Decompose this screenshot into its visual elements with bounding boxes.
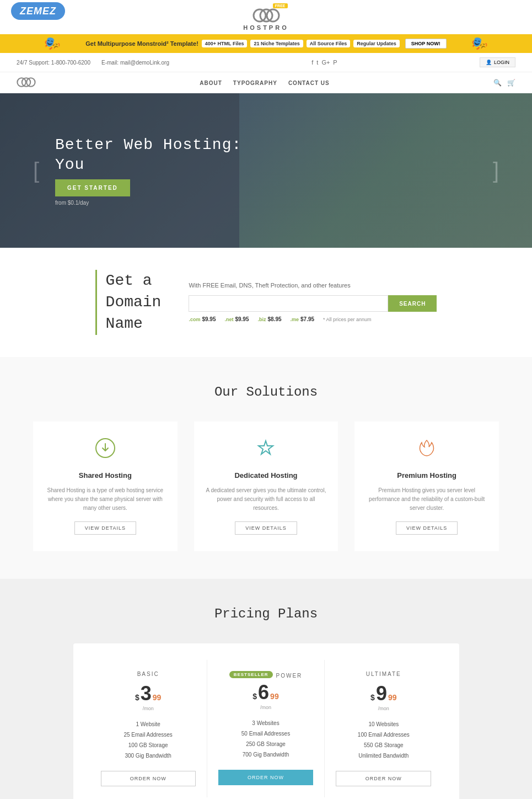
ext-me: .me $7.95 <box>291 316 315 322</box>
ultimate-amount: 9 <box>376 684 387 704</box>
ultimate-feature-1: 100 Email Addresses <box>336 731 431 739</box>
ultimate-plan-name: ULTIMATE <box>336 671 431 677</box>
zemez-badge: ZEMEZ <box>11 2 65 20</box>
domain-search-area: With FREE Email, DNS, Theft Protection, … <box>189 282 437 322</box>
basic-feature-3: 300 Gig Bandwidth <box>101 752 196 760</box>
premium-hosting-desc: Premium Hosting gives you server level p… <box>366 486 488 513</box>
pill-source: All Source Files <box>307 40 351 47</box>
premium-hosting-btn[interactable]: VIEW DETAILS <box>396 521 458 535</box>
power-feature-2: 250 GB Storage <box>218 740 313 748</box>
promo-text: Get Multipurpose Monstroid² Template! 40… <box>85 40 400 47</box>
pricing-note: * All prices per annum <box>323 317 372 322</box>
social-icons[interactable]: f t G+ P <box>311 59 337 66</box>
google-icon[interactable]: G+ <box>321 59 330 66</box>
hero-section: Better Web Hosting: You GET STARTED from… <box>0 93 532 248</box>
pricing-section: Pricing Plans BASIC $ 3 99 /mon 1 Websit… <box>0 579 532 799</box>
power-feature-1: 50 Email Addresses <box>218 729 313 738</box>
ultimate-currency: $ <box>370 693 375 702</box>
promo-bar: 🎭 Get Multipurpose Monstroid² Template! … <box>0 34 532 53</box>
ext-com: .com $9.95 <box>189 316 216 322</box>
shared-hosting-name: Shared Hosting <box>44 471 166 480</box>
nav-utility-icons[interactable]: 🔍 🛒 <box>493 79 515 87</box>
hero-from-text: from $0.1/day <box>55 200 241 206</box>
power-price-row: $ 6 99 <box>218 683 313 702</box>
basic-price-row: $ 3 99 <box>101 684 196 704</box>
svg-marker-7 <box>259 441 273 454</box>
deco-left-icon: 🎭 <box>44 36 61 51</box>
search-icon[interactable]: 🔍 <box>493 79 502 87</box>
header-top-bar: 24/7 Support: 1-800-700-6200 E-mail: mai… <box>0 53 532 72</box>
user-icon: 👤 <box>486 60 492 65</box>
solution-premium-hosting: Premium Hosting Premium Hosting gives yo… <box>354 422 499 551</box>
facebook-icon[interactable]: f <box>311 59 313 66</box>
solutions-title: Our Solutions <box>33 385 499 400</box>
header-nav-row: ABOUT TYPOGRAPHY CONTACT US 🔍 🛒 <box>0 72 532 93</box>
pill-updates: Regular Updates <box>353 40 400 47</box>
ultimate-cents: 99 <box>388 693 397 702</box>
pricing-title: Pricing Plans <box>33 606 499 621</box>
nav-contact[interactable]: CONTACT US <box>288 80 330 86</box>
basic-feature-0: 1 Website <box>101 720 196 728</box>
basic-order-btn[interactable]: ORDER NOW <box>101 771 196 786</box>
power-cents: 99 <box>270 692 279 701</box>
basic-feature-1: 25 Email Addresses <box>101 731 196 739</box>
login-button[interactable]: 👤 LOGIN <box>480 57 515 67</box>
shared-hosting-desc: Shared Hosting is a type of web hosting … <box>44 486 166 513</box>
ext-biz: .biz $8.95 <box>258 316 282 322</box>
brand-name: HOSTPRO <box>243 24 288 31</box>
nav-typography[interactable]: TYPOGRAPHY <box>233 80 277 86</box>
basic-amount: 3 <box>141 684 152 704</box>
basic-plan-name: BASIC <box>101 671 196 677</box>
hero-content: Better Web Hosting: You GET STARTED from… <box>55 135 241 206</box>
deco-right-icon: 🎭 <box>471 36 488 51</box>
get-started-button[interactable]: GET STARTED <box>55 179 130 196</box>
basic-period: /mon <box>101 706 196 711</box>
premium-hosting-name: Premium Hosting <box>366 471 488 480</box>
domain-search-row: SEARCH <box>189 295 437 312</box>
hero-cta-row: GET STARTED <box>55 179 241 196</box>
bracket-left-icon: [ <box>33 158 39 183</box>
power-feature-3: 700 Gig Bandwidth <box>218 750 313 759</box>
basic-cents: 99 <box>153 693 162 702</box>
logo-circles-icon <box>252 8 280 23</box>
nav-about[interactable]: ABOUT <box>200 80 222 86</box>
shop-now-button[interactable]: SHOP NOW! <box>405 39 447 49</box>
dedicated-hosting-desc: A dedicated server gives you the ultimat… <box>205 486 327 513</box>
domain-search-input[interactable] <box>189 295 388 312</box>
pill-html: 400+ HTML Files <box>202 40 248 47</box>
brand-logo: FREE HOSTPRO <box>243 8 288 31</box>
main-nav: ABOUT TYPOGRAPHY CONTACT US <box>200 80 329 86</box>
pinterest-icon[interactable]: P <box>333 59 337 66</box>
cart-icon[interactable]: 🛒 <box>507 79 515 87</box>
ultimate-period: /mon <box>336 706 431 711</box>
ultimate-feature-3: Unlimited Bandwidth <box>336 752 431 760</box>
solutions-grid: Shared Hosting Shared Hosting is a type … <box>33 422 499 551</box>
free-badge: FREE <box>273 3 288 8</box>
twitter-icon[interactable]: t <box>316 59 318 66</box>
pricing-card-wrapper: BASIC $ 3 99 /mon 1 Website 25 Email Add… <box>73 643 459 799</box>
domain-subtitle: With FREE Email, DNS, Theft Protection, … <box>189 282 437 289</box>
dedicated-hosting-btn[interactable]: VIEW DETAILS <box>235 521 297 535</box>
ultimate-price-row: $ 9 99 <box>336 684 431 704</box>
shared-hosting-btn[interactable]: VIEW DETAILS <box>74 521 136 535</box>
basic-feature-2: 100 GB Storage <box>101 741 196 749</box>
power-feature-0: 3 Websites <box>218 719 313 727</box>
bestseller-badge: BESTSELLER <box>229 671 273 678</box>
contact-info: 24/7 Support: 1-800-700-6200 E-mail: mai… <box>17 60 169 66</box>
power-order-btn[interactable]: ORDER NOW <box>218 770 313 785</box>
ultimate-order-btn[interactable]: ORDER NOW <box>336 771 431 786</box>
domain-pricing-row: .com $9.95 .net $9.95 .biz $8.95 .me $7.… <box>189 316 437 322</box>
ultimate-feature-0: 10 Websites <box>336 720 431 728</box>
pricing-plan-basic: BASIC $ 3 99 /mon 1 Website 25 Email Add… <box>90 660 207 797</box>
solution-dedicated-hosting: Dedicated Hosting A dedicated server giv… <box>194 422 338 551</box>
power-plan-name: POWER <box>276 673 303 679</box>
download-icon <box>44 438 166 462</box>
promo-message: Get Multipurpose Monstroid² Template! <box>85 40 198 47</box>
bracket-right-icon: ] <box>493 158 499 183</box>
hero-title: Better Web Hosting: You <box>55 135 241 175</box>
domain-search-button[interactable]: SEARCH <box>388 295 437 312</box>
support-phone: 24/7 Support: 1-800-700-6200 <box>17 60 90 66</box>
domain-section: Get a Domain Name With FREE Email, DNS, … <box>0 248 532 357</box>
pricing-plan-power: BESTSELLER POWER $ 6 99 /mon 3 Websites … <box>207 660 325 797</box>
domain-title: Get a Domain Name <box>95 270 162 335</box>
